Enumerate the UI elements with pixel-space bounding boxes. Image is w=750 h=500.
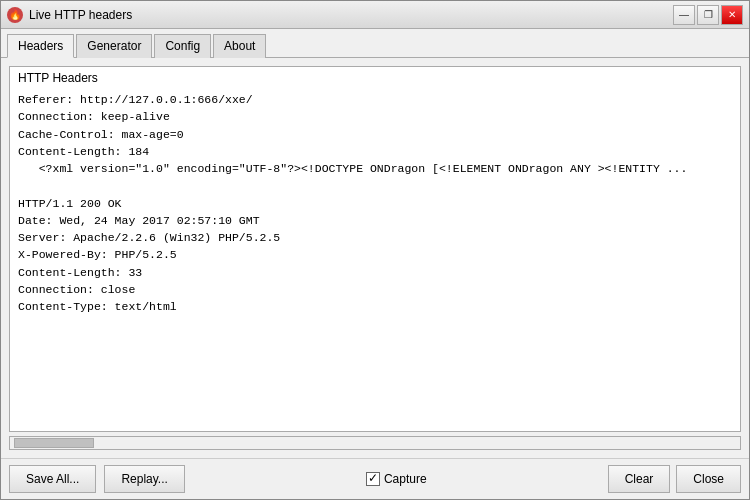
window-title: Live HTTP headers (29, 8, 132, 22)
app-icon: 🔥 (7, 7, 23, 23)
title-bar: 🔥 Live HTTP headers — ❐ ✕ (1, 1, 749, 29)
headers-content[interactable]: Referer: http://127.0.0.1:666/xxe/ Conne… (10, 89, 740, 431)
clear-button[interactable]: Clear (608, 465, 671, 493)
save-all-button[interactable]: Save All... (9, 465, 96, 493)
horizontal-scrollbar[interactable] (9, 436, 741, 450)
replay-button[interactable]: Replay... (104, 465, 184, 493)
close-button[interactable]: Close (676, 465, 741, 493)
capture-section: Capture (193, 472, 600, 486)
restore-button[interactable]: ❐ (697, 5, 719, 25)
bottom-bar: Save All... Replay... Capture Clear Clos… (1, 458, 749, 499)
capture-checkbox[interactable] (366, 472, 380, 486)
tab-bar: Headers Generator Config About (1, 29, 749, 58)
headers-box: HTTP Headers Referer: http://127.0.0.1:6… (9, 66, 741, 432)
h-scroll-thumb[interactable] (14, 438, 94, 448)
tab-headers[interactable]: Headers (7, 34, 74, 58)
title-bar-left: 🔥 Live HTTP headers (7, 7, 132, 23)
tab-about[interactable]: About (213, 34, 266, 58)
content-area: HTTP Headers Referer: http://127.0.0.1:6… (1, 58, 749, 458)
tab-config[interactable]: Config (154, 34, 211, 58)
headers-text: Referer: http://127.0.0.1:666/xxe/ Conne… (18, 91, 732, 315)
window-controls: — ❐ ✕ (673, 5, 743, 25)
tab-generator[interactable]: Generator (76, 34, 152, 58)
headers-box-title: HTTP Headers (10, 67, 740, 89)
minimize-button[interactable]: — (673, 5, 695, 25)
close-window-button[interactable]: ✕ (721, 5, 743, 25)
main-window: 🔥 Live HTTP headers — ❐ ✕ Headers Genera… (0, 0, 750, 500)
capture-label[interactable]: Capture (384, 472, 427, 486)
right-buttons: Clear Close (608, 465, 741, 493)
